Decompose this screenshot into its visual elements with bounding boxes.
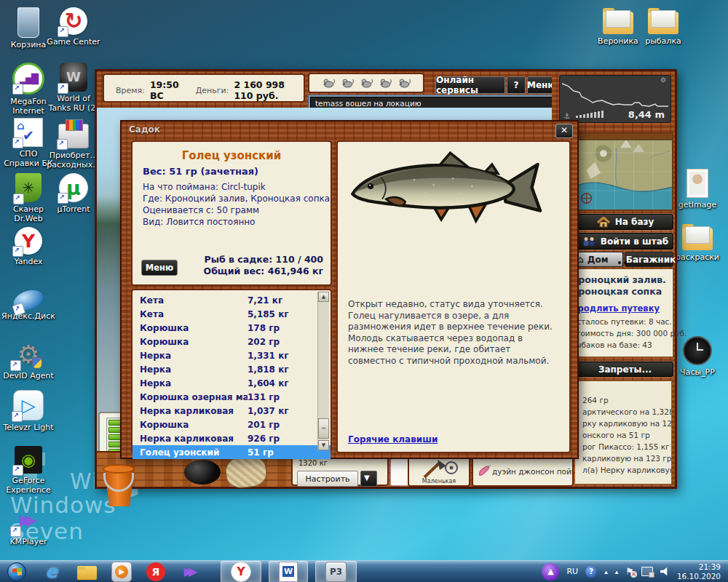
desktop-icon-yandex[interactable]: Yandex xyxy=(1,227,55,266)
desktop-icon-game-center[interactable]: Game Center xyxy=(47,7,100,47)
shortcut-arrow-icon xyxy=(10,360,21,371)
network-icon[interactable] xyxy=(641,567,653,576)
yandex-icon xyxy=(15,227,42,255)
desktop-icon-televzr[interactable]: Televzr Light xyxy=(1,390,55,432)
fish-row[interactable]: Нерка карликовая926 гр xyxy=(132,431,331,445)
desktop-icon-folder[interactable]: раскраски xyxy=(670,222,724,262)
fish-row-weight: 1,604 кг xyxy=(248,378,289,388)
taskbar-kmplayer-icon[interactable] xyxy=(180,562,202,581)
fish-row[interactable]: Корюшка201 гр xyxy=(132,418,331,431)
fish-row[interactable]: Голец узонский51 гр xyxy=(132,445,331,459)
desktop-icon-kmplayer[interactable]: KMPlayer xyxy=(1,506,55,546)
fish-row-name: Корюшка озерная мало... xyxy=(140,392,248,402)
alice-assistant-icon[interactable] xyxy=(542,563,559,581)
depth-value: 8,44 m xyxy=(628,109,665,120)
mouse-rating-icon xyxy=(398,78,411,88)
utorrent-icon xyxy=(59,173,88,202)
online-services-button[interactable]: Онлайн сервисы xyxy=(435,76,505,94)
fish-row-name: Нерка карликовая xyxy=(140,406,248,416)
to-base-button[interactable]: На базу xyxy=(577,214,673,230)
desktop-icon-folder[interactable]: рыбалка xyxy=(636,6,690,46)
televzr-icon xyxy=(13,390,44,420)
taskbar-yandex-icon[interactable] xyxy=(146,562,165,581)
fish-weight-line: Вес: 51 гр (зачетная) xyxy=(143,166,258,177)
photo-icon xyxy=(687,169,708,198)
taskbar-active-word[interactable] xyxy=(269,561,308,582)
language-indicator[interactable]: RU xyxy=(566,567,578,576)
bucket-item[interactable] xyxy=(102,458,137,506)
shortcut-arrow-icon xyxy=(12,411,23,422)
black-cap-item[interactable] xyxy=(184,460,221,485)
shortcut-arrow-icon xyxy=(13,194,24,204)
fish-row-name: Корюшка xyxy=(140,323,248,333)
gear-icon[interactable]: ⚙ xyxy=(660,76,666,84)
fish-row-weight: 7,21 кг xyxy=(248,295,282,306)
keepnet-total-weight: Общий вес: 461,946 кг xyxy=(204,266,324,277)
fish-place-line: Где: Кроноцкий залив, Кроноцкая сопка xyxy=(143,194,330,204)
taskbar-wmp-icon[interactable] xyxy=(111,562,132,582)
catch-log-entry: л(а) Нерку карликовую на 208 гр xyxy=(582,466,672,474)
fish-row[interactable]: Нерка1,818 кг xyxy=(132,362,331,376)
fish-row[interactable]: Нерка1,604 кг xyxy=(132,376,331,390)
help-tray-icon[interactable]: ? xyxy=(585,566,597,578)
enter-hq-label: Войти в штаб xyxy=(601,236,668,247)
anchor-icon: ⚓ xyxy=(563,112,570,120)
keepnet-menu-button[interactable]: Меню xyxy=(141,260,178,276)
enter-hq-button[interactable]: Войти в штаб xyxy=(577,233,673,250)
hotkeys-link[interactable]: Горячие клавиши xyxy=(348,434,438,445)
taskbar-explorer-icon[interactable] xyxy=(77,566,97,580)
desktop-icon-wot[interactable]: World of Tanks RU (2) xyxy=(47,63,100,113)
show-hidden-icons[interactable]: ▴ xyxy=(615,568,619,575)
desktop-icon-yadisk[interactable]: Яндекс.Диск xyxy=(1,284,55,321)
desktop-icon-label: µTorrent xyxy=(47,204,100,214)
desktop-icon-devid[interactable]: DevID Agent xyxy=(1,340,55,380)
fish-details-panel: Открыт недавно, статус вида уточняется. … xyxy=(336,140,571,453)
configure-button[interactable]: Настроить xyxy=(297,471,358,487)
fish-row-weight: 926 гр xyxy=(248,434,280,444)
taskbar-ie-icon[interactable] xyxy=(41,562,63,581)
desktop-icon-label: KMPlayer xyxy=(1,537,55,546)
start-button[interactable] xyxy=(7,562,26,581)
tray-chevron-icon[interactable]: ▴ xyxy=(604,568,608,575)
catch-log-entry: рку карликовую на 127 гр xyxy=(582,419,672,428)
desktop-icon-photo[interactable]: getImage xyxy=(670,169,724,210)
taskbar-active-ybrowser[interactable] xyxy=(221,561,261,582)
configure-dropdown-button[interactable] xyxy=(360,471,377,487)
devid-icon xyxy=(12,340,44,369)
scrollbar-thumb[interactable]: ≡ xyxy=(318,418,329,439)
megafon-icon xyxy=(12,63,44,95)
scroll-up-icon[interactable]: ▲ xyxy=(318,292,329,302)
desktop-icon-printer[interactable]: Приобрет... расходных... xyxy=(47,118,100,170)
scroll-down-icon[interactable]: ▼ xyxy=(318,440,329,450)
taskbar-active-pp3[interactable] xyxy=(315,561,357,582)
fish-row[interactable]: Корюшка178 гр xyxy=(132,321,331,335)
tab-trunk[interactable]: Багажник xyxy=(625,252,673,267)
volume-icon[interactable] xyxy=(660,567,670,576)
fish-row[interactable]: Корюшка202 гр xyxy=(132,335,331,348)
bans-label: Запреты... xyxy=(598,364,652,375)
anglers-on-base-info: Рыбаков на базе: 43 xyxy=(571,340,652,349)
close-icon[interactable]: ✕ xyxy=(555,124,573,138)
bans-button[interactable]: Запреты... xyxy=(577,362,673,377)
desktop-icon-utorrent[interactable]: µTorrent xyxy=(47,173,100,214)
geforce-icon xyxy=(15,446,42,474)
mouse-rating-icon xyxy=(341,78,354,88)
fish-row[interactable]: Нерка карликовая1,037 кг xyxy=(132,404,331,418)
fish-row[interactable]: Корюшка озерная мало...131 гр xyxy=(132,390,331,404)
lure-icon xyxy=(477,464,491,479)
fish-row-weight: 201 гр xyxy=(248,420,280,430)
location-map[interactable] xyxy=(575,132,673,211)
help-button[interactable]: ? xyxy=(507,76,526,94)
clock[interactable]: 21:39 16.10.2020 xyxy=(677,562,721,581)
fish-row[interactable]: Нерка1,331 кг xyxy=(132,348,331,362)
desktop-icon-clock[interactable]: Часы_РР xyxy=(670,336,724,377)
fish-list-scrollbar[interactable]: ▲ ≡ ▼ xyxy=(317,292,329,450)
kmplayer-icon xyxy=(12,506,44,535)
extend-permit-link[interactable]: Продлить путевку xyxy=(571,303,660,314)
desktop-icon-geforce[interactable]: GeForce Experience xyxy=(1,446,55,495)
action-center-flag-icon[interactable]: ⚑ xyxy=(625,566,634,577)
fish-row-weight: 202 гр xyxy=(248,337,280,347)
fish-row[interactable]: Кета7,21 кг xyxy=(132,293,331,307)
tab-home-label: Дом xyxy=(587,255,609,265)
fish-row[interactable]: Кета5,185 кг xyxy=(132,307,331,321)
